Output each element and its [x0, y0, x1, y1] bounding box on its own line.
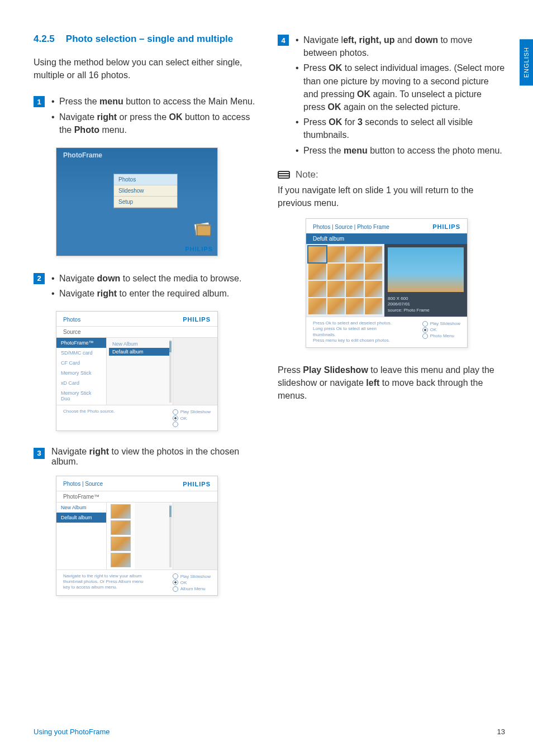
s4-meta: 800 X 600 2006/07/01 source: Photo Frame	[388, 296, 464, 313]
s2-source-list: PhotoFrame™ SD/MMC card CF Card Memory S…	[56, 338, 107, 405]
footer-section: Using yout PhotoFrame	[34, 728, 110, 736]
s3-hint: Navigate to the right to view your album…	[63, 573, 147, 592]
thumbnail	[308, 281, 326, 297]
intro-text: Using the method below you can select ei…	[34, 56, 261, 82]
list-item: New Album	[109, 340, 170, 348]
s4-thumbnail-grid	[306, 244, 384, 317]
s2-breadcrumb: Photos	[63, 317, 80, 323]
thumbnail	[346, 246, 364, 262]
list-item: PhotoFrame™	[56, 338, 106, 348]
heading-number: 4.2.5	[34, 34, 55, 45]
s3-controls: Play Slideshow OK Album Menu	[173, 573, 211, 592]
s3-thumbnails	[107, 503, 135, 570]
s3-subheader: PhotoFrame™	[56, 491, 217, 503]
step-2b: Navigate right to enter the required alb…	[51, 287, 261, 300]
thumbnail	[327, 246, 345, 262]
list-item: Default album	[56, 513, 106, 523]
thumbnail	[308, 298, 326, 314]
s4-hint: Press Ok to select and deselect photos. …	[313, 320, 397, 344]
step-1a: Press the menu button to access the Main…	[51, 95, 261, 108]
preview-image	[388, 247, 464, 292]
left-column: 4.2.5 Photo selection – single and multi…	[34, 34, 261, 611]
thumbnail	[327, 264, 345, 280]
thumbnail	[365, 298, 383, 314]
step-number-icon: 2	[34, 273, 45, 284]
s4-preview: 800 X 600 2006/07/01 source: Photo Frame	[384, 244, 467, 317]
list-item: SD/MMC card	[56, 348, 106, 358]
svg-rect-3	[278, 171, 289, 178]
s1-menu-setup: Setup	[114, 197, 177, 208]
philips-logo: PHILIPS	[183, 316, 211, 323]
language-tab: ENGLISH	[520, 39, 533, 85]
thumbnail	[111, 520, 131, 535]
s3-spacer	[135, 503, 173, 570]
s1-menu: Photos Slideshow Setup	[113, 174, 178, 208]
step-4c: Press OK for 3 seconds to select all vis…	[296, 116, 505, 141]
svg-rect-2	[197, 226, 211, 236]
s4-breadcrumb: Photos | Source | Photo Frame	[313, 224, 389, 230]
heading-title: Photo selection – single and multiple	[66, 34, 233, 45]
step-4a: Navigate left, right, up and down to mov…	[296, 34, 505, 59]
philips-logo: PHILIPS	[432, 223, 460, 230]
step-2: 2 Navigate down to select the media to b…	[34, 272, 261, 302]
note-label: Note:	[296, 169, 318, 180]
page-footer: Using yout PhotoFrame 13	[34, 728, 505, 736]
s3-preview	[173, 503, 217, 570]
step-4: 4 Navigate left, right, up and down to m…	[278, 34, 505, 159]
philips-logo: PHILIPS	[183, 481, 211, 487]
step-number-icon: 4	[278, 35, 289, 46]
step-number-icon: 1	[34, 96, 45, 107]
step-number-icon: 3	[34, 448, 45, 459]
step-2a: Navigate down to select the media to bro…	[51, 272, 261, 285]
thumbnail	[346, 264, 364, 280]
list-item: CF Card	[56, 358, 106, 368]
screenshot-3: Photos | Source PHILIPS PhotoFrame™ New …	[56, 476, 218, 596]
s2-preview	[173, 338, 217, 405]
screenshot-4: Photos | Source | Photo Frame PHILIPS De…	[306, 218, 468, 348]
note-text: If you navigate left on slide 1 you will…	[278, 184, 505, 209]
s4-subheader: Defult album	[306, 233, 467, 244]
photo-stack-icon	[192, 220, 214, 240]
closing-text: Press Play Slideshow to leave this menu …	[278, 363, 505, 403]
step-3-text: Navigate right to view the photos in the…	[51, 447, 239, 466]
s2-controls: Play Slideshow OK	[173, 409, 211, 427]
s1-menu-slideshow: Slideshow	[114, 185, 177, 197]
s2-subheader: Source	[56, 326, 217, 338]
screenshot-2: Photos PHILIPS Source PhotoFrame™ SD/MMC…	[56, 311, 218, 430]
s4-controls: Play Slideshow OK Photo Menu	[422, 320, 460, 344]
thumbnail	[308, 246, 326, 262]
thumbnail	[327, 298, 345, 314]
s3-album-list: New Album Default album	[56, 503, 107, 570]
s2-album-list: New Album Default album	[107, 338, 173, 405]
list-item: New Album	[56, 503, 106, 513]
list-item: Memory Stick	[56, 368, 106, 378]
scrollbar	[169, 340, 172, 403]
note-header: Note:	[278, 169, 505, 180]
philips-logo: PHILIPS	[185, 246, 213, 252]
thumbnail	[327, 281, 345, 297]
thumbnail	[346, 298, 364, 314]
step-4d: Press the menu button to access the phot…	[296, 144, 505, 157]
scrollbar	[169, 505, 172, 567]
list-item: xD Card	[56, 378, 106, 388]
thumbnail	[111, 553, 131, 567]
s1-title: PhotoFrame	[63, 151, 102, 159]
list-item: Default album	[109, 348, 170, 356]
thumbnail	[111, 504, 131, 519]
s3-breadcrumb: Photos | Source	[63, 481, 103, 487]
thumbnail	[365, 281, 383, 297]
step-4b: Press OK to select individual images. (S…	[296, 61, 505, 113]
thumbnail	[365, 264, 383, 280]
thumbnail	[308, 264, 326, 280]
list-item: Memory Stick Duo	[56, 388, 106, 404]
thumbnail	[365, 246, 383, 262]
right-column: 4 Navigate left, right, up and down to m…	[278, 34, 505, 611]
thumbnail	[346, 281, 364, 297]
step-1b: Navigate right or press the OK button to…	[51, 111, 261, 136]
s2-hint: Choose the Photo source.	[63, 409, 115, 427]
section-heading: 4.2.5 Photo selection – single and multi…	[34, 34, 261, 45]
s1-menu-photos: Photos	[114, 174, 177, 185]
page-number: 13	[497, 728, 505, 736]
thumbnail	[111, 537, 131, 551]
step-3: 3 Navigate right to view the photos in t…	[34, 447, 261, 467]
